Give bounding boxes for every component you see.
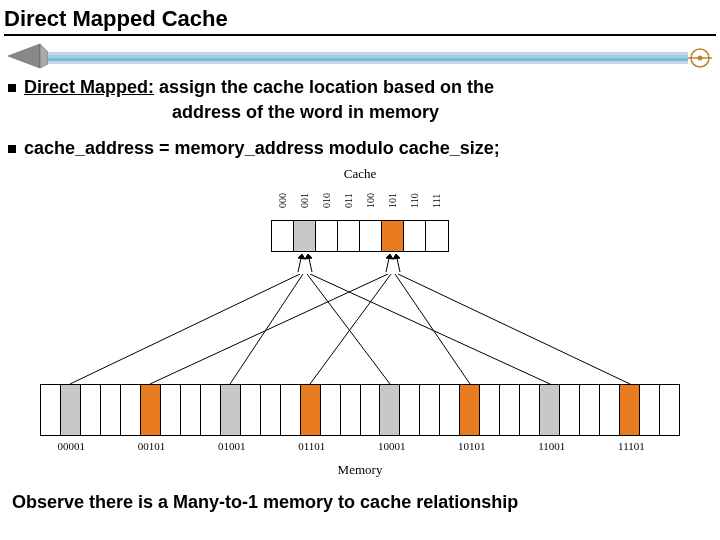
memory-cell <box>101 385 121 435</box>
cache-cell <box>360 221 382 251</box>
svg-line-19 <box>307 274 390 384</box>
cache-cell <box>294 221 316 251</box>
bullet-icon <box>8 84 16 92</box>
memory-addr-label: 10101 <box>458 440 486 452</box>
bullet-2-text: cache_address = memory_address modulo ca… <box>24 137 500 160</box>
bullet-1-text: Direct Mapped: assign the cache location… <box>24 76 494 99</box>
svg-marker-1 <box>40 44 48 68</box>
svg-marker-10 <box>298 254 305 259</box>
memory-addr-label: 11101 <box>618 440 645 452</box>
cache-cell <box>338 221 360 251</box>
svg-line-13 <box>386 254 390 272</box>
svg-rect-4 <box>48 58 688 61</box>
bullet-1-rest: assign the cache location based on the <box>154 77 494 97</box>
memory-cell <box>540 385 560 435</box>
cache-cell <box>272 221 294 251</box>
svg-marker-16 <box>393 254 400 259</box>
memory-addr-label: 00101 <box>138 440 166 452</box>
svg-line-15 <box>396 254 400 272</box>
svg-point-8 <box>698 56 703 61</box>
memory-cell <box>500 385 520 435</box>
cache-bit: 010 <box>316 184 338 218</box>
memory-addr-label: 01101 <box>298 440 325 452</box>
cache-bit: 111 <box>426 184 448 218</box>
svg-line-22 <box>310 274 391 384</box>
cache-bit: 101 <box>382 184 404 218</box>
svg-rect-2 <box>48 52 688 55</box>
memory-cell <box>660 385 679 435</box>
memory-cell <box>261 385 281 435</box>
memory-cell <box>600 385 620 435</box>
svg-marker-0 <box>8 44 40 68</box>
bullet-1-cont: address of the word in memory <box>0 101 720 124</box>
decorative-bar <box>0 38 720 72</box>
memory-cell <box>460 385 480 435</box>
memory-addr-label: 10001 <box>378 440 406 452</box>
cache-cell <box>382 221 404 251</box>
bullet-1: Direct Mapped: assign the cache location… <box>0 72 720 101</box>
memory-cell <box>321 385 341 435</box>
memory-cell <box>361 385 381 435</box>
cache-cell <box>404 221 426 251</box>
cache-bit-labels: 000001010011100101110111 <box>272 184 448 218</box>
bullet-1-lead: Direct Mapped: <box>24 77 154 97</box>
svg-rect-3 <box>48 55 688 58</box>
mapping-lines <box>40 274 680 384</box>
cache-bit: 110 <box>404 184 426 218</box>
memory-cell <box>301 385 321 435</box>
svg-line-11 <box>308 254 312 272</box>
memory-addr-label: 01001 <box>218 440 246 452</box>
memory-row <box>40 384 680 436</box>
memory-label: Memory <box>40 462 680 478</box>
svg-marker-14 <box>386 254 393 259</box>
memory-cell <box>380 385 400 435</box>
memory-cell <box>420 385 440 435</box>
cache-bit: 011 <box>338 184 360 218</box>
slide-title: Direct Mapped Cache <box>0 0 720 34</box>
cache-bit: 100 <box>360 184 382 218</box>
footer-text: Observe there is a Many-to-1 memory to c… <box>0 478 720 513</box>
memory-cell <box>640 385 660 435</box>
cache-label: Cache <box>40 166 680 182</box>
memory-cell <box>121 385 141 435</box>
memory-cell <box>580 385 600 435</box>
memory-cell <box>560 385 580 435</box>
memory-cell <box>241 385 261 435</box>
cache-cell <box>426 221 448 251</box>
cache-cell <box>316 221 338 251</box>
cache-bit: 001 <box>294 184 316 218</box>
svg-rect-5 <box>48 61 688 64</box>
memory-cell <box>61 385 81 435</box>
memory-cell <box>81 385 101 435</box>
memory-cell <box>440 385 460 435</box>
svg-line-9 <box>298 254 302 272</box>
cache-row <box>271 220 449 252</box>
memory-cell <box>480 385 500 435</box>
memory-cell <box>221 385 241 435</box>
bullet-icon <box>8 145 16 153</box>
memory-cell <box>41 385 61 435</box>
memory-addr-label: 00001 <box>58 440 86 452</box>
memory-cell <box>520 385 540 435</box>
memory-cell <box>141 385 161 435</box>
svg-marker-12 <box>305 254 312 259</box>
title-underline <box>4 34 716 36</box>
memory-addr-label: 11001 <box>538 440 565 452</box>
memory-cell <box>201 385 221 435</box>
memory-labels: 00001 00101 01001 01101 10001 10101 1100… <box>40 440 680 452</box>
memory-cell <box>281 385 301 435</box>
memory-cell <box>400 385 420 435</box>
cache-diagram: Cache 000001010011100101110111 <box>40 166 680 478</box>
memory-cell <box>620 385 640 435</box>
cache-bit: 000 <box>272 184 294 218</box>
memory-cell <box>161 385 181 435</box>
memory-cell <box>341 385 361 435</box>
bullet-2: cache_address = memory_address modulo ca… <box>0 133 720 162</box>
memory-cell <box>181 385 201 435</box>
